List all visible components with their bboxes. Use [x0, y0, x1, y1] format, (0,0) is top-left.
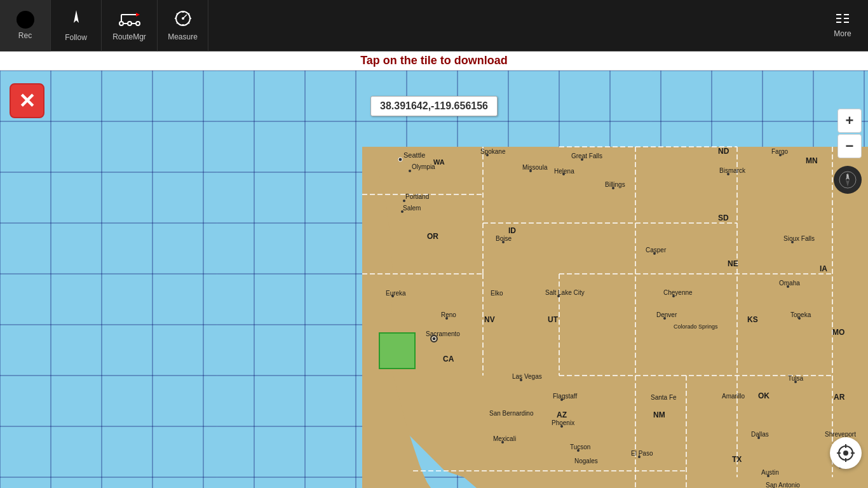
- svg-text:ID: ID: [508, 226, 516, 235]
- svg-text:Austin: Austin: [761, 469, 779, 476]
- toolbar: Rec Follow RouteMgr: [0, 0, 868, 51]
- svg-text:Salem: Salem: [403, 205, 421, 212]
- svg-text:Billings: Billings: [605, 181, 625, 188]
- svg-text:Spokane: Spokane: [480, 148, 506, 155]
- svg-text:UT: UT: [548, 315, 559, 324]
- svg-rect-25: [844, 22, 849, 23]
- svg-rect-21: [844, 14, 849, 15]
- location-icon: [837, 444, 855, 462]
- svg-text:NV: NV: [484, 315, 495, 324]
- more-button[interactable]: More: [817, 0, 868, 51]
- svg-text:Flagstaff: Flagstaff: [553, 393, 577, 400]
- svg-text:San Bernardino: San Bernardino: [489, 410, 534, 417]
- svg-marker-0: [74, 10, 79, 23]
- svg-text:N: N: [846, 173, 849, 177]
- svg-point-140: [433, 337, 435, 340]
- svg-text:Tucson: Tucson: [570, 444, 590, 451]
- svg-text:Shreveport: Shreveport: [825, 431, 856, 438]
- svg-text:Bismarck: Bismarck: [719, 167, 746, 174]
- svg-text:OR: OR: [427, 232, 438, 241]
- zoom-in-button[interactable]: +: [837, 109, 862, 133]
- svg-text:ND: ND: [718, 147, 729, 156]
- svg-text:Boise: Boise: [496, 235, 512, 242]
- svg-text:San Antonio: San Antonio: [766, 482, 800, 488]
- svg-text:Dallas: Dallas: [751, 431, 769, 438]
- svg-text:OK: OK: [758, 391, 770, 400]
- follow-label: Follow: [65, 33, 87, 42]
- svg-text:Olympia: Olympia: [412, 163, 435, 170]
- zoom-controls: + −: [837, 109, 862, 158]
- more-icon: [835, 13, 850, 27]
- measure-button[interactable]: Measure: [158, 0, 208, 51]
- svg-text:Salt Lake City: Salt Lake City: [545, 289, 585, 296]
- svg-point-43: [398, 158, 402, 161]
- svg-point-2: [128, 22, 132, 25]
- svg-text:SD: SD: [718, 214, 729, 222]
- map-view[interactable]: Seattle WA Olympia Portland Salem OR Eur…: [0, 71, 868, 488]
- svg-marker-8: [136, 13, 140, 17]
- svg-text:Sacramento: Sacramento: [426, 330, 460, 337]
- close-button[interactable]: ✕: [10, 83, 44, 118]
- svg-text:MN: MN: [806, 156, 818, 165]
- svg-text:Elko: Elko: [491, 290, 503, 297]
- svg-text:Seattle: Seattle: [403, 151, 425, 159]
- svg-text:Great Falls: Great Falls: [571, 152, 602, 159]
- svg-text:Sioux Falls: Sioux Falls: [783, 235, 815, 242]
- svg-text:Mexicali: Mexicali: [493, 435, 516, 442]
- routemgr-button[interactable]: RouteMgr: [102, 0, 158, 51]
- svg-text:Portland: Portland: [405, 193, 429, 200]
- more-label: More: [834, 29, 851, 38]
- zoom-out-button[interactable]: −: [837, 134, 862, 158]
- svg-text:KS: KS: [747, 315, 758, 324]
- svg-text:Reno: Reno: [441, 311, 456, 318]
- svg-text:IA: IA: [820, 264, 827, 273]
- svg-text:NE: NE: [728, 259, 738, 268]
- svg-text:Las Vegas: Las Vegas: [512, 373, 542, 380]
- svg-text:CA: CA: [443, 355, 454, 363]
- rec-button[interactable]: Rec: [0, 0, 51, 51]
- svg-text:MO: MO: [832, 328, 844, 337]
- coordinate-tooltip: 38.391642,-119.656156: [370, 96, 498, 116]
- svg-text:AR: AR: [834, 393, 845, 402]
- svg-text:Topeka: Topeka: [790, 311, 811, 318]
- svg-text:Fargo: Fargo: [771, 148, 789, 155]
- svg-text:Omaha: Omaha: [779, 280, 800, 287]
- svg-text:Missoula: Missoula: [522, 164, 548, 171]
- svg-point-146: [843, 451, 848, 456]
- rec-label: Rec: [18, 31, 32, 40]
- svg-text:Helena: Helena: [554, 168, 574, 175]
- svg-point-1: [119, 22, 123, 25]
- rec-icon: [17, 11, 34, 29]
- routemgr-label: RouteMgr: [112, 32, 146, 41]
- svg-text:Cheyenne: Cheyenne: [663, 289, 693, 296]
- routemgr-icon: [118, 10, 141, 30]
- svg-text:Amarillo: Amarillo: [722, 393, 745, 400]
- svg-text:Colorado Springs: Colorado Springs: [674, 323, 718, 330]
- compass-icon: N: [838, 170, 857, 189]
- svg-text:TX: TX: [732, 455, 742, 464]
- svg-text:Nogales: Nogales: [574, 458, 598, 464]
- coordinate-value: 38.391642,-119.656156: [380, 100, 488, 111]
- svg-rect-20: [836, 14, 841, 15]
- svg-text:El Paso: El Paso: [631, 450, 653, 457]
- svg-rect-22: [836, 18, 841, 19]
- svg-text:AZ: AZ: [557, 410, 567, 419]
- svg-text:NM: NM: [653, 410, 665, 419]
- svg-text:Santa Fe: Santa Fe: [651, 394, 677, 401]
- selected-tile[interactable]: [379, 332, 416, 369]
- follow-button[interactable]: Follow: [51, 0, 102, 51]
- svg-rect-24: [836, 22, 841, 23]
- compass[interactable]: N: [834, 166, 862, 194]
- location-button[interactable]: [830, 437, 862, 469]
- svg-point-44: [409, 170, 411, 172]
- close-icon: ✕: [18, 91, 36, 111]
- measure-icon: [173, 10, 193, 30]
- svg-rect-23: [844, 18, 849, 19]
- banner-text: Tap on the tile to download: [360, 54, 508, 67]
- svg-text:Tulsa: Tulsa: [788, 375, 804, 382]
- svg-point-19: [182, 17, 184, 20]
- svg-point-3: [136, 22, 140, 25]
- svg-text:Phoenix: Phoenix: [552, 419, 574, 426]
- download-banner: Tap on the tile to download: [0, 51, 868, 71]
- measure-label: Measure: [168, 32, 198, 41]
